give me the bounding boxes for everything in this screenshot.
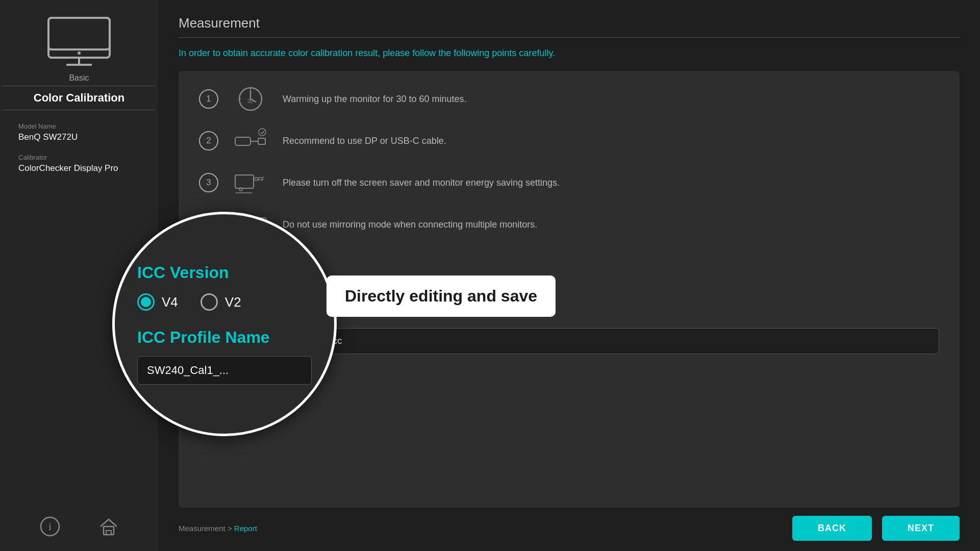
breadcrumb-measurement: Measurement bbox=[179, 524, 225, 533]
monitor-icon bbox=[46, 15, 112, 66]
svg-text:30: 30 bbox=[247, 98, 254, 104]
svg-point-19 bbox=[259, 129, 266, 136]
mag-radio-v4-label: V4 bbox=[162, 294, 178, 310]
bottom-bar: Measurement > Report BACK NEXT bbox=[179, 508, 960, 551]
step-text-2: Recommend to use DP or USB-C cable. bbox=[283, 136, 446, 146]
tooltip-box: Directly editing and save bbox=[326, 276, 556, 317]
svg-point-4 bbox=[78, 52, 81, 55]
svg-rect-20 bbox=[235, 175, 254, 188]
mag-icc-profile-label: ICC Profile Name bbox=[137, 328, 270, 347]
button-row: BACK NEXT bbox=[792, 516, 960, 541]
step-text-3: Please turn off the screen saver and mon… bbox=[283, 178, 560, 188]
tooltip-text: Directly editing and save bbox=[345, 287, 537, 305]
calibrator-value: ColorChecker Display Pro bbox=[0, 163, 118, 173]
mag-radio-v4[interactable]: V4 bbox=[137, 293, 178, 311]
svg-text:i: i bbox=[48, 521, 52, 532]
step-text-1: Warming up the monitor for 30 to 60 minu… bbox=[283, 94, 467, 105]
breadcrumb: Measurement > Report bbox=[179, 524, 257, 533]
svg-rect-16 bbox=[235, 137, 250, 145]
step-row-4: 4 Do not use mirroring mode when connect… bbox=[199, 212, 939, 237]
sidebar-title: Color Calibration bbox=[3, 86, 155, 110]
info-icon[interactable]: i bbox=[40, 516, 60, 539]
screensaver-icon: OFF bbox=[233, 170, 268, 195]
divider bbox=[179, 37, 960, 38]
next-button[interactable]: NEXT bbox=[882, 516, 960, 541]
mag-icc-profile-input[interactable] bbox=[137, 356, 312, 385]
step-row-3: 3 OFF Please turn off the screen saver a… bbox=[199, 170, 939, 195]
mag-icc-version-label: ICC Version bbox=[137, 263, 229, 282]
model-name-value: BenQ SW272U bbox=[0, 132, 78, 142]
step-row-1: 1 30 Warming up the monitor for 30 to 60… bbox=[199, 86, 939, 112]
breadcrumb-report: Report bbox=[234, 524, 257, 533]
sidebar-bottom: i bbox=[0, 516, 158, 539]
svg-rect-1 bbox=[48, 18, 110, 49]
svg-rect-18 bbox=[258, 138, 265, 144]
breadcrumb-sep1: > bbox=[228, 524, 234, 533]
clock-icon: 30 bbox=[233, 86, 268, 112]
mag-radio-v2[interactable]: V2 bbox=[200, 293, 241, 311]
step-num-1: 1 bbox=[199, 89, 218, 109]
magnifier-overlay: ICC Version V4 V2 ICC Profile Name bbox=[112, 212, 337, 436]
step-row-2: 2 Recommend to use DP or USB-C cable. bbox=[199, 128, 939, 154]
sidebar-basic-label: Basic bbox=[69, 73, 89, 83]
step-num-3: 3 bbox=[199, 173, 218, 192]
model-name-label: Model Name bbox=[0, 122, 56, 130]
home-icon[interactable] bbox=[98, 516, 119, 539]
mag-radio-v2-circle[interactable] bbox=[200, 293, 218, 311]
mag-radio-v4-circle[interactable] bbox=[137, 293, 155, 311]
step-text-4: Do not use mirroring mode when connectin… bbox=[283, 219, 537, 230]
cable-icon bbox=[233, 128, 268, 154]
mag-radio-v2-label: V2 bbox=[225, 294, 241, 310]
back-button[interactable]: BACK bbox=[792, 516, 872, 541]
calibrator-label: Calibrator bbox=[0, 154, 47, 161]
svg-text:OFF: OFF bbox=[254, 177, 264, 182]
mag-radio-row: V4 V2 bbox=[137, 293, 241, 311]
step-num-2: 2 bbox=[199, 131, 218, 151]
page-title: Measurement bbox=[179, 15, 960, 31]
info-text: In order to obtain accurate color calibr… bbox=[179, 48, 960, 59]
